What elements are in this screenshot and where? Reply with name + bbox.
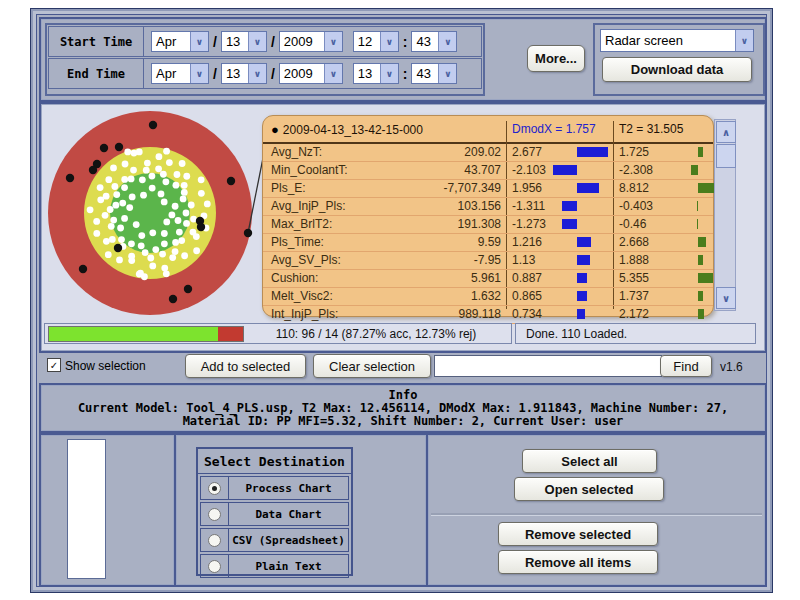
bottom-right-panel: Select all Open selected Remove selected… (426, 433, 767, 587)
accepted-point (116, 257, 123, 264)
clear-selection-button[interactable]: Clear selection (313, 354, 431, 378)
chevron-down-icon[interactable]: ∨ (324, 64, 342, 83)
start-day-select[interactable]: 13∨ (221, 31, 267, 52)
accepted-point (121, 176, 128, 183)
accepted-point (110, 165, 117, 172)
chevron-down-icon[interactable]: ∨ (735, 30, 753, 51)
scrollbar-thumb[interactable] (716, 144, 736, 168)
end-day-select[interactable]: 13∨ (221, 63, 267, 84)
accepted-point (161, 199, 168, 206)
t2-bar (698, 237, 706, 247)
radio-button[interactable] (208, 482, 221, 495)
more-button[interactable]: More... (527, 45, 585, 72)
radio-cell[interactable] (201, 555, 229, 577)
accepted-point (163, 148, 170, 155)
open-selected-button[interactable]: Open selected (514, 477, 664, 501)
select-all-button[interactable]: Select all (522, 449, 657, 473)
selected-items-listbox[interactable] (67, 439, 106, 579)
accepted-point (113, 191, 120, 198)
end-year-select[interactable]: 2009∨ (279, 63, 343, 84)
t2-value: 1.725 (619, 145, 649, 159)
download-data-button[interactable]: Download data (602, 57, 752, 82)
screen-type-select[interactable]: Radar screen∨ (600, 29, 754, 52)
search-input[interactable] (434, 355, 662, 377)
bullet-icon: ● (271, 122, 279, 137)
radio-cell[interactable] (201, 477, 229, 499)
end-hour-select[interactable]: 13∨ (353, 63, 399, 84)
accepted-point (166, 159, 173, 166)
radio-button[interactable] (208, 560, 221, 573)
show-selection-checkbox[interactable]: ✓ (47, 358, 61, 372)
accepted-point (142, 249, 149, 256)
accepted-point (149, 229, 156, 236)
start-hour-select[interactable]: 12∨ (353, 31, 399, 52)
radio-cell[interactable] (201, 503, 229, 525)
destination-option-plain-text[interactable]: Plain Text (200, 554, 349, 578)
scroll-down-icon[interactable]: ∨ (716, 287, 736, 309)
chevron-down-icon[interactable]: ∨ (380, 64, 398, 83)
end-time-label: End Time (49, 59, 144, 88)
dmodx-bar (577, 183, 599, 193)
dmodx-value: 0.865 (512, 289, 542, 303)
param-value: 989.118 (353, 307, 501, 321)
end-month-select[interactable]: Apr∨ (151, 63, 209, 84)
dmodx-bar (577, 255, 590, 265)
destination-option-process-chart[interactable]: Process Chart (200, 476, 349, 500)
chevron-down-icon[interactable]: ∨ (248, 64, 266, 83)
start-year-select[interactable]: 2009∨ (279, 31, 343, 52)
destination-option-data-chart[interactable]: Data Chart (200, 502, 349, 526)
add-to-selected-button[interactable]: Add to selected (185, 354, 306, 378)
chevron-down-icon[interactable]: ∨ (438, 32, 456, 51)
chevron-down-icon[interactable]: ∨ (380, 32, 398, 51)
chevron-down-icon[interactable]: ∨ (248, 32, 266, 51)
find-button[interactable]: Find (660, 355, 712, 377)
bottom-middle-panel: Select Destination Process ChartData Cha… (174, 433, 428, 587)
start-minute-select[interactable]: 43∨ (411, 31, 457, 52)
remove-selected-button[interactable]: Remove selected (498, 522, 658, 546)
accepted-point (176, 229, 183, 236)
scroll-up-icon[interactable]: ∧ (716, 121, 736, 143)
chevron-down-icon[interactable]: ∨ (438, 64, 456, 83)
timestamp-label: ●2009-04-13_13-42-15-000 (271, 122, 423, 137)
chevron-down-icon[interactable]: ∨ (190, 32, 208, 51)
accepted-point (121, 215, 128, 222)
accepted-point (180, 196, 187, 203)
remove-all-items-button[interactable]: Remove all items (498, 550, 658, 574)
destination-option-csv-spreadsheet[interactable]: CSV (Spreadsheet) (200, 528, 349, 552)
t2-value: 2.172 (619, 307, 649, 321)
progress-bar (48, 326, 244, 342)
accepted-point (128, 257, 135, 264)
radio-button[interactable] (208, 508, 221, 521)
t2-header: T2 = 31.505 (619, 122, 683, 136)
select-destination-group: Select Destination Process ChartData Cha… (196, 447, 353, 576)
divider (431, 513, 762, 516)
param-value: -7.95 (353, 253, 501, 267)
dmodx-bar (577, 147, 608, 157)
radio-cell[interactable] (201, 529, 229, 551)
tooltip-scrollbar[interactable]: ∧ ∨ (714, 119, 736, 311)
data-tooltip: ●2009-04-13_13-42-15-000 DmodX = 1.757 T… (262, 115, 714, 317)
accepted-point (93, 230, 100, 237)
destination-option-label: Process Chart (229, 477, 348, 499)
accepted-point (172, 203, 179, 210)
table-row: Melt_Visc2:1.6320.8651.737 (263, 288, 713, 306)
version-label: v1.6 (720, 360, 743, 374)
dmodx-bar (553, 165, 577, 175)
chevron-down-icon[interactable]: ∨ (324, 32, 342, 51)
accepted-point (181, 182, 188, 189)
table-row: Avg_SV_Pls:-7.951.131.888 (263, 252, 713, 270)
table-row: Min_CoolantT:43.707-2.103-2.308 (263, 162, 713, 180)
accepted-point (139, 176, 146, 183)
chevron-down-icon[interactable]: ∨ (190, 64, 208, 83)
start-month-select[interactable]: Apr∨ (151, 31, 209, 52)
date-separator: / (271, 66, 275, 82)
accepted-point (172, 248, 179, 255)
screen-select-panel: Radar screen∨ Download data (593, 23, 765, 96)
rejected-point (100, 144, 108, 152)
accepted-point (147, 255, 154, 262)
accepted-point (129, 194, 136, 201)
rejected-point (244, 229, 252, 237)
radio-button[interactable] (208, 534, 221, 547)
end-minute-select[interactable]: 43∨ (411, 63, 457, 84)
table-row: Pls_Time:9.591.2162.668 (263, 234, 713, 252)
